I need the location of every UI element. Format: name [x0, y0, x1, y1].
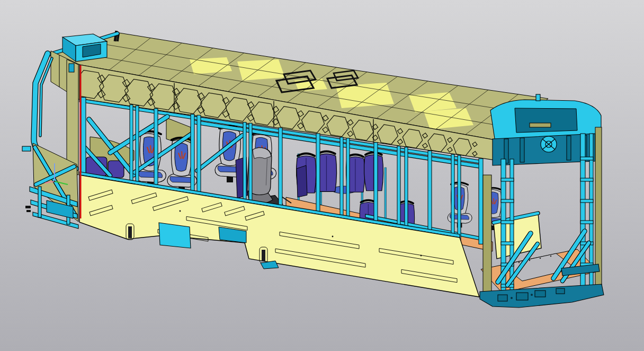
a-pillar-panel: [67, 59, 78, 175]
front-end-assembly: [22, 51, 79, 229]
rear-cap-opening: [515, 108, 577, 133]
seat-side-wedge: [297, 165, 307, 197]
mirror-bracket: [22, 146, 31, 151]
rear-door-pillar: [483, 175, 491, 297]
rear-cap-stub: [536, 94, 540, 101]
cad-viewport[interactable]: [0, 0, 644, 351]
rear-facing-seat: [364, 153, 383, 191]
rear-cross-beam: [493, 134, 595, 165]
bus-body-model[interactable]: [0, 0, 644, 351]
